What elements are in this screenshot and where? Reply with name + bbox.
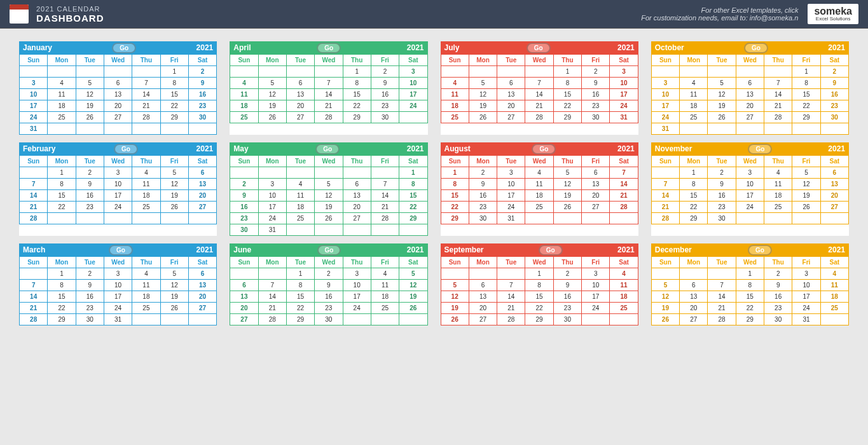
day-cell[interactable]: 13 xyxy=(820,179,848,190)
day-cell[interactable]: 17 xyxy=(104,190,132,202)
day-cell[interactable]: 25 xyxy=(820,303,848,314)
day-cell[interactable]: 24 xyxy=(399,100,427,112)
day-cell[interactable]: 12 xyxy=(469,89,497,100)
day-cell[interactable]: 27 xyxy=(680,314,708,325)
day-cell[interactable] xyxy=(76,123,104,135)
day-cell[interactable]: 16 xyxy=(582,89,610,100)
day-cell[interactable]: 12 xyxy=(76,89,104,100)
day-cell[interactable]: 3 xyxy=(343,268,371,280)
day-cell[interactable] xyxy=(708,268,736,280)
day-cell[interactable]: 29 xyxy=(792,112,820,123)
day-cell[interactable]: 23 xyxy=(553,303,581,314)
go-button[interactable]: Go xyxy=(114,144,138,154)
day-cell[interactable] xyxy=(610,213,638,224)
day-cell[interactable]: 26 xyxy=(651,314,679,325)
day-cell[interactable]: 9 xyxy=(553,280,581,291)
day-cell[interactable]: 31 xyxy=(20,123,48,135)
day-cell[interactable] xyxy=(399,224,427,236)
day-cell[interactable]: 17 xyxy=(610,89,638,100)
day-cell[interactable] xyxy=(736,123,764,135)
day-cell[interactable] xyxy=(441,66,469,78)
day-cell[interactable]: 7 xyxy=(258,280,286,291)
day-cell[interactable]: 9 xyxy=(188,78,216,89)
day-cell[interactable]: 25 xyxy=(764,202,792,213)
day-cell[interactable]: 7 xyxy=(610,167,638,179)
day-cell[interactable]: 29 xyxy=(736,314,764,325)
day-cell[interactable]: 27 xyxy=(188,202,216,213)
day-cell[interactable] xyxy=(132,123,160,135)
day-cell[interactable]: 20 xyxy=(680,303,708,314)
day-cell[interactable]: 10 xyxy=(736,179,764,190)
day-cell[interactable] xyxy=(315,167,343,179)
day-cell[interactable]: 18 xyxy=(820,291,848,303)
day-cell[interactable]: 10 xyxy=(104,280,132,291)
day-cell[interactable] xyxy=(104,66,132,78)
day-cell[interactable] xyxy=(188,123,216,135)
day-cell[interactable]: 5 xyxy=(469,78,497,89)
day-cell[interactable]: 11 xyxy=(610,280,638,291)
day-cell[interactable]: 11 xyxy=(680,89,708,100)
day-cell[interactable]: 9 xyxy=(230,190,258,202)
day-cell[interactable]: 6 xyxy=(104,78,132,89)
day-cell[interactable]: 3 xyxy=(497,167,525,179)
day-cell[interactable]: 22 xyxy=(680,202,708,213)
day-cell[interactable]: 6 xyxy=(188,167,216,179)
day-cell[interactable]: 2 xyxy=(371,66,399,78)
day-cell[interactable]: 6 xyxy=(343,179,371,190)
day-cell[interactable] xyxy=(371,314,399,325)
day-cell[interactable]: 4 xyxy=(441,78,469,89)
day-cell[interactable]: 22 xyxy=(160,100,188,112)
day-cell[interactable]: 17 xyxy=(104,291,132,303)
day-cell[interactable]: 16 xyxy=(371,89,399,100)
day-cell[interactable] xyxy=(764,213,792,224)
day-cell[interactable]: 16 xyxy=(188,89,216,100)
day-cell[interactable]: 17 xyxy=(736,190,764,202)
day-cell[interactable] xyxy=(160,213,188,224)
day-cell[interactable] xyxy=(469,268,497,280)
day-cell[interactable]: 14 xyxy=(258,291,286,303)
day-cell[interactable]: 4 xyxy=(230,78,258,89)
day-cell[interactable]: 11 xyxy=(132,179,160,190)
day-cell[interactable] xyxy=(160,314,188,325)
day-cell[interactable]: 28 xyxy=(764,112,792,123)
day-cell[interactable] xyxy=(188,314,216,325)
day-cell[interactable]: 7 xyxy=(315,78,343,89)
day-cell[interactable]: 17 xyxy=(399,89,427,100)
day-cell[interactable]: 8 xyxy=(553,78,581,89)
day-cell[interactable]: 5 xyxy=(76,78,104,89)
day-cell[interactable]: 27 xyxy=(497,112,525,123)
day-cell[interactable]: 10 xyxy=(399,78,427,89)
day-cell[interactable] xyxy=(651,167,679,179)
day-cell[interactable] xyxy=(343,167,371,179)
day-cell[interactable]: 24 xyxy=(104,303,132,314)
day-cell[interactable] xyxy=(343,224,371,236)
day-cell[interactable]: 13 xyxy=(343,190,371,202)
day-cell[interactable]: 9 xyxy=(708,179,736,190)
day-cell[interactable]: 22 xyxy=(286,303,314,314)
day-cell[interactable]: 18 xyxy=(764,190,792,202)
day-cell[interactable]: 18 xyxy=(610,291,638,303)
day-cell[interactable]: 22 xyxy=(441,202,469,213)
day-cell[interactable]: 24 xyxy=(610,100,638,112)
day-cell[interactable]: 11 xyxy=(132,280,160,291)
day-cell[interactable] xyxy=(343,314,371,325)
day-cell[interactable] xyxy=(104,213,132,224)
day-cell[interactable] xyxy=(525,66,553,78)
day-cell[interactable]: 22 xyxy=(792,100,820,112)
day-cell[interactable]: 22 xyxy=(553,100,581,112)
day-cell[interactable]: 1 xyxy=(553,66,581,78)
day-cell[interactable]: 16 xyxy=(708,190,736,202)
day-cell[interactable]: 21 xyxy=(20,303,48,314)
day-cell[interactable]: 22 xyxy=(399,202,427,213)
day-cell[interactable]: 23 xyxy=(230,213,258,224)
day-cell[interactable]: 27 xyxy=(582,202,610,213)
day-cell[interactable]: 21 xyxy=(132,100,160,112)
day-cell[interactable] xyxy=(820,213,848,224)
day-cell[interactable]: 23 xyxy=(764,303,792,314)
day-cell[interactable]: 2 xyxy=(469,167,497,179)
day-cell[interactable]: 8 xyxy=(343,78,371,89)
day-cell[interactable] xyxy=(258,66,286,78)
day-cell[interactable]: 4 xyxy=(680,78,708,89)
day-cell[interactable]: 5 xyxy=(441,280,469,291)
day-cell[interactable]: 16 xyxy=(469,190,497,202)
